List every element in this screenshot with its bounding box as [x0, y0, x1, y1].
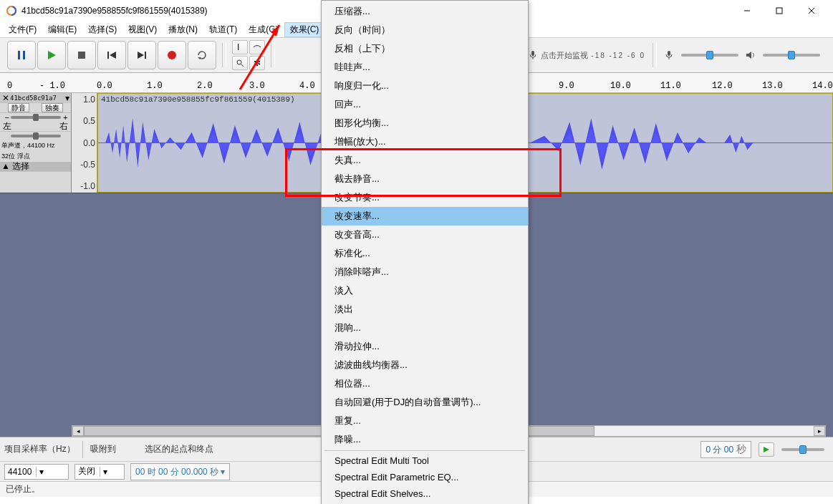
effects-menu-item[interactable]: 降噪... — [322, 430, 528, 449]
pan-right-label: 右 — [59, 120, 68, 132]
menu-item-4[interactable]: 播放(N) — [163, 22, 203, 37]
menu-item-3[interactable]: 视图(V) — [122, 22, 163, 37]
effects-menu-item[interactable]: 标准化... — [322, 244, 528, 263]
track-menu-button[interactable]: ▾ — [65, 93, 69, 103]
track-collapse-button[interactable]: ▲ 选择 — [1, 160, 29, 173]
svg-rect-6 — [18, 51, 20, 59]
chevron-down-icon: ▾ — [100, 467, 110, 477]
effects-menu-item[interactable]: Spectral Edit Multi Tool — [322, 452, 528, 469]
gain-slider[interactable]: −+ — [11, 116, 61, 119]
scroll-left-button[interactable]: ◂ — [72, 426, 84, 436]
loop-button[interactable] — [188, 41, 216, 69]
skip-start-button[interactable] — [97, 41, 126, 69]
effects-menu-item[interactable]: 反相（上下） — [322, 39, 528, 58]
svg-rect-10 — [107, 52, 109, 59]
effects-menu-item[interactable]: 相位器... — [322, 374, 528, 393]
svg-point-14 — [168, 51, 176, 59]
zoom-tool-button[interactable] — [232, 56, 248, 70]
record-button[interactable] — [158, 41, 186, 69]
minimize-button[interactable] — [731, 0, 763, 21]
record-meter-scale: -18 -12 -6 0 — [591, 52, 645, 59]
project-rate-combo[interactable]: 44100 ▾ — [4, 464, 69, 480]
microphone-icon — [528, 50, 538, 60]
speaker-icon — [746, 50, 756, 60]
play-speed-slider[interactable] — [781, 448, 824, 451]
effects-menu-item[interactable]: 压缩器... — [322, 2, 528, 21]
effects-menu-item[interactable]: 滑动拉伸... — [322, 337, 528, 356]
svg-marker-13 — [138, 52, 144, 59]
toolbar-separator — [222, 43, 226, 67]
menu-item-6[interactable]: 生成(G) — [243, 22, 284, 37]
menu-item-1[interactable]: 编辑(E) — [42, 22, 82, 37]
ruler-label: - 1.0 — [39, 81, 65, 91]
toolbar-separator — [653, 43, 657, 67]
svg-marker-24 — [746, 52, 751, 59]
playback-volume-slider[interactable] — [763, 54, 820, 57]
close-button[interactable] — [795, 0, 827, 21]
effects-menu-item[interactable]: 改变音高... — [322, 226, 528, 244]
status-text: 已停止。 — [6, 483, 40, 495]
effects-menu-item[interactable]: 滤波曲线均衡器... — [322, 356, 528, 374]
toolbar-separator — [271, 43, 275, 67]
menu-item-7[interactable]: 效果(C) — [284, 22, 325, 37]
effects-menu-item[interactable]: 增幅(放大)... — [322, 132, 528, 151]
track-close-button[interactable]: ✕ — [1, 93, 10, 103]
effects-menu-item[interactable]: 图形化均衡... — [322, 114, 528, 132]
record-meter[interactable]: 点击开始监视 -18 -12 -6 0 — [524, 47, 650, 64]
track-name: 41bcd58c91a7 — [10, 94, 65, 102]
effects-menu-item[interactable]: Spectral Edit Parametric EQ... — [322, 469, 528, 485]
play-button[interactable] — [37, 41, 66, 69]
effects-menu-item[interactable]: 消除咔嗒声... — [322, 263, 528, 281]
selection-tool-button[interactable]: I — [232, 40, 248, 54]
scale-tick: -1.0 — [80, 181, 95, 191]
effects-menu-item[interactable]: 反向（时间） — [322, 21, 528, 39]
record-volume-slider[interactable] — [681, 54, 738, 57]
selection-end-time[interactable]: 0 分 00 秒 — [700, 441, 751, 458]
effects-menu-item[interactable]: 截去静音... — [322, 170, 528, 188]
ruler-label: 0 — [7, 81, 12, 91]
effects-menu-item[interactable]: 改变速率... — [322, 207, 528, 226]
svg-marker-11 — [110, 52, 116, 59]
envelope-tool-button[interactable] — [249, 40, 265, 54]
selection-start-time[interactable]: 00 时 00 分 00.000 秒 ▾ — [130, 463, 230, 480]
ruler-label: 4.0 — [299, 81, 315, 91]
scale-tick: 0.5 — [83, 116, 95, 126]
pause-button[interactable] — [7, 41, 36, 69]
svg-rect-22 — [668, 51, 670, 56]
effects-menu-item[interactable]: 改变节奏... — [322, 188, 528, 207]
effects-menu-item[interactable]: 重复... — [322, 412, 528, 430]
menu-item-2[interactable]: 选择(S) — [82, 22, 122, 37]
track-control-panel[interactable]: ✕ 41bcd58c91a7 ▾ 静音 独奏 −+ 左 右 单声道，44100 … — [0, 93, 72, 193]
effects-menu-item[interactable]: 失真... — [322, 151, 528, 170]
clip-title: 41bcd58c91a7390e958855fc9f861559(4015389… — [101, 95, 295, 104]
track-format-label: 单声道，44100 Hz — [0, 140, 71, 151]
stop-button[interactable] — [67, 41, 96, 69]
solo-button[interactable]: 独奏 — [42, 103, 63, 112]
project-rate-label: 项目采样率（Hz） — [4, 443, 75, 455]
menu-item-5[interactable]: 轨道(T) — [203, 22, 243, 37]
menu-item-0[interactable]: 文件(F) — [3, 22, 42, 37]
effects-menu-item[interactable]: 哇哇声... — [322, 58, 528, 77]
effects-menu-item[interactable]: 淡出 — [322, 300, 528, 319]
effects-menu-item[interactable]: 回声... — [322, 95, 528, 114]
ruler-label: 10.0 — [610, 81, 631, 91]
pan-left-label: 左 — [3, 120, 11, 132]
effects-menu-item[interactable]: 淡入 — [322, 281, 528, 300]
menu-separator — [324, 450, 525, 451]
svg-rect-9 — [78, 52, 85, 59]
multi-tool-button[interactable]: ✻ — [249, 56, 265, 70]
play-at-speed-button[interactable] — [759, 442, 774, 457]
pan-slider[interactable] — [11, 135, 61, 137]
effects-menu-dropdown[interactable]: 压缩器...反向（时间）反相（上下）哇哇声...响度归一化...回声...图形化… — [321, 0, 529, 504]
snap-combo[interactable]: 关闭 ▾ — [74, 464, 125, 480]
mute-button[interactable]: 静音 — [8, 103, 29, 112]
effects-menu-item[interactable]: 混响... — [322, 319, 528, 337]
effects-menu-item[interactable]: 自动回避(用于DJ的自动音量调节)... — [322, 393, 528, 412]
skip-end-button[interactable] — [127, 41, 156, 69]
effects-menu-item[interactable]: 响度归一化... — [322, 77, 528, 95]
effects-menu-item[interactable]: Spectral Edit Shelves... — [322, 485, 528, 502]
svg-rect-7 — [23, 51, 25, 59]
maximize-button[interactable] — [763, 0, 795, 21]
scroll-right-button[interactable]: ▸ — [814, 426, 825, 436]
microphone-icon — [664, 50, 674, 60]
